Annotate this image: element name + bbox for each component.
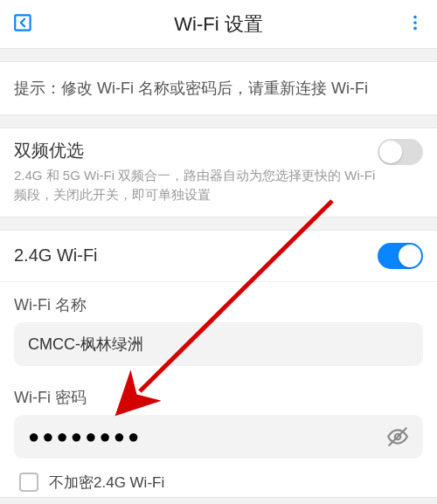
dualband-switch[interactable] <box>378 139 423 165</box>
dualband-title: 双频优选 <box>14 139 378 162</box>
svg-point-2 <box>413 21 417 24</box>
back-icon[interactable] <box>12 11 35 38</box>
page-title: Wi-Fi 设置 <box>47 11 390 38</box>
more-icon[interactable] <box>406 13 425 36</box>
wifi24-switch[interactable] <box>378 243 423 269</box>
svg-point-1 <box>413 15 417 18</box>
tip-text: 提示：修改 Wi-Fi 名称或密码后，请重新连接 Wi-Fi <box>0 61 437 115</box>
svg-point-3 <box>413 26 417 30</box>
unencrypted-checkbox[interactable] <box>19 473 38 492</box>
dualband-subtitle: 2.4G 和 5G Wi-Fi 双频合一，路由器自动为您选择更快的 Wi-Fi … <box>14 166 378 204</box>
wifi-password-label: Wi-Fi 密码 <box>0 371 437 415</box>
wifi24-title: 2.4G Wi-Fi <box>14 245 378 266</box>
unencrypted-label: 不加密2.4G Wi-Fi <box>49 473 164 493</box>
header-bar: Wi-Fi 设置 <box>0 0 437 49</box>
svg-rect-0 <box>15 15 30 30</box>
wifi-name-input[interactable]: CMCC-枫林绿洲 <box>14 322 423 366</box>
dualband-section: 双频优选 2.4G 和 5G Wi-Fi 双频合一，路由器自动为您选择更快的 W… <box>0 128 437 217</box>
wifi-settings-page: Wi-Fi 设置 提示：修改 Wi-Fi 名称或密码后，请重新连接 Wi-Fi … <box>0 0 437 504</box>
wifi-password-value: ●●●●●●●● <box>28 425 379 448</box>
wifi-name-value: CMCC-枫林绿洲 <box>28 334 409 355</box>
wifi-password-input[interactable]: ●●●●●●●● <box>14 415 423 459</box>
wifi-name-label: Wi-Fi 名称 <box>0 282 437 322</box>
toggle-password-visibility-icon[interactable] <box>379 425 409 448</box>
wifi24-section: 2.4G Wi-Fi Wi-Fi 名称 CMCC-枫林绿洲 Wi-Fi 密码 ●… <box>0 230 437 505</box>
